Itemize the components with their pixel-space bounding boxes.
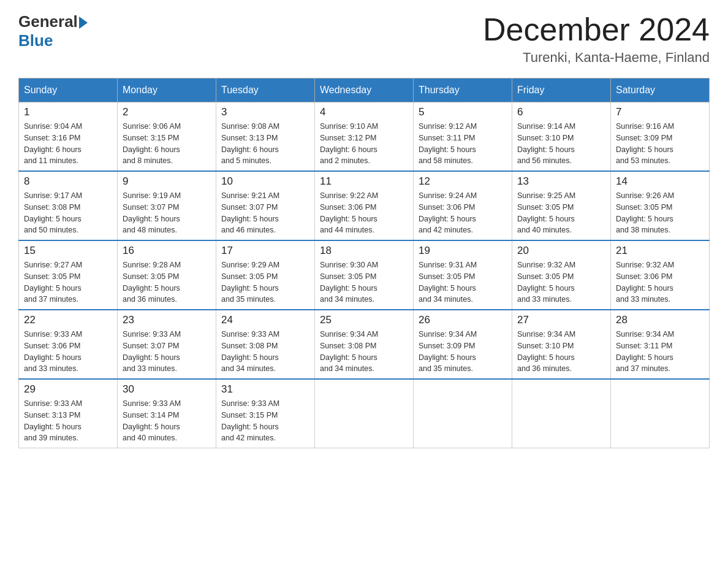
calendar-cell: 31Sunrise: 9:33 AMSunset: 3:15 PMDayligh…	[216, 379, 315, 448]
location-text: Turenki, Kanta-Haeme, Finland	[483, 50, 710, 66]
day-info: Sunrise: 9:08 AMSunset: 3:13 PMDaylight:…	[221, 121, 309, 167]
day-number: 3	[221, 106, 309, 118]
calendar-cell: 16Sunrise: 9:28 AMSunset: 3:05 PMDayligh…	[118, 240, 216, 310]
day-info: Sunrise: 9:30 AMSunset: 3:05 PMDaylight:…	[320, 259, 408, 305]
calendar-cell: 30Sunrise: 9:33 AMSunset: 3:14 PMDayligh…	[118, 379, 216, 448]
calendar-header-row: SundayMondayTuesdayWednesdayThursdayFrid…	[19, 79, 710, 102]
title-section: December 2024 Turenki, Kanta-Haeme, Finl…	[483, 12, 710, 66]
calendar-cell: 29Sunrise: 9:33 AMSunset: 3:13 PMDayligh…	[19, 379, 118, 448]
day-info: Sunrise: 9:32 AMSunset: 3:05 PMDaylight:…	[517, 259, 605, 305]
header-sunday: Sunday	[19, 79, 118, 102]
calendar-week-row: 8Sunrise: 9:17 AMSunset: 3:08 PMDaylight…	[19, 171, 710, 240]
calendar-cell: 7Sunrise: 9:16 AMSunset: 3:09 PMDaylight…	[611, 102, 710, 172]
day-number: 2	[123, 106, 211, 118]
day-number: 12	[419, 175, 507, 188]
logo-general-text: General	[18, 12, 78, 31]
calendar-cell	[414, 379, 512, 448]
calendar-cell	[611, 379, 710, 448]
header-thursday: Thursday	[414, 79, 512, 102]
calendar-cell: 22Sunrise: 9:33 AMSunset: 3:06 PMDayligh…	[19, 310, 118, 379]
day-info: Sunrise: 9:29 AMSunset: 3:05 PMDaylight:…	[221, 259, 309, 305]
day-number: 16	[123, 245, 211, 257]
day-info: Sunrise: 9:34 AMSunset: 3:10 PMDaylight:…	[517, 329, 605, 375]
day-number: 18	[320, 245, 408, 257]
calendar-cell: 21Sunrise: 9:32 AMSunset: 3:06 PMDayligh…	[611, 240, 710, 310]
day-number: 24	[221, 314, 309, 326]
day-info: Sunrise: 9:27 AMSunset: 3:05 PMDaylight:…	[24, 259, 112, 305]
day-info: Sunrise: 9:33 AMSunset: 3:06 PMDaylight:…	[24, 329, 112, 375]
day-number: 5	[419, 106, 507, 118]
calendar-cell: 4Sunrise: 9:10 AMSunset: 3:12 PMDaylight…	[315, 102, 414, 172]
calendar-cell: 14Sunrise: 9:26 AMSunset: 3:05 PMDayligh…	[611, 171, 710, 240]
calendar-week-row: 1Sunrise: 9:04 AMSunset: 3:16 PMDaylight…	[19, 102, 710, 172]
calendar-cell: 20Sunrise: 9:32 AMSunset: 3:05 PMDayligh…	[512, 240, 611, 310]
calendar-cell: 25Sunrise: 9:34 AMSunset: 3:08 PMDayligh…	[315, 310, 414, 379]
calendar-cell: 11Sunrise: 9:22 AMSunset: 3:06 PMDayligh…	[315, 171, 414, 240]
calendar-cell: 13Sunrise: 9:25 AMSunset: 3:05 PMDayligh…	[512, 171, 611, 240]
day-info: Sunrise: 9:33 AMSunset: 3:15 PMDaylight:…	[221, 398, 309, 444]
day-number: 9	[123, 175, 211, 188]
day-info: Sunrise: 9:24 AMSunset: 3:06 PMDaylight:…	[419, 190, 507, 236]
day-number: 14	[616, 175, 704, 188]
header-tuesday: Tuesday	[216, 79, 315, 102]
day-info: Sunrise: 9:33 AMSunset: 3:07 PMDaylight:…	[123, 329, 211, 375]
calendar-week-row: 22Sunrise: 9:33 AMSunset: 3:06 PMDayligh…	[19, 310, 710, 379]
calendar-cell: 5Sunrise: 9:12 AMSunset: 3:11 PMDaylight…	[414, 102, 512, 172]
day-info: Sunrise: 9:31 AMSunset: 3:05 PMDaylight:…	[419, 259, 507, 305]
calendar-cell: 3Sunrise: 9:08 AMSunset: 3:13 PMDaylight…	[216, 102, 315, 172]
header-monday: Monday	[118, 79, 216, 102]
calendar-cell: 10Sunrise: 9:21 AMSunset: 3:07 PMDayligh…	[216, 171, 315, 240]
calendar-week-row: 29Sunrise: 9:33 AMSunset: 3:13 PMDayligh…	[19, 379, 710, 448]
calendar-cell	[315, 379, 414, 448]
day-number: 8	[24, 175, 112, 188]
calendar-cell: 1Sunrise: 9:04 AMSunset: 3:16 PMDaylight…	[19, 102, 118, 172]
month-title: December 2024	[483, 12, 710, 47]
calendar-cell: 19Sunrise: 9:31 AMSunset: 3:05 PMDayligh…	[414, 240, 512, 310]
calendar-cell: 12Sunrise: 9:24 AMSunset: 3:06 PMDayligh…	[414, 171, 512, 240]
day-info: Sunrise: 9:34 AMSunset: 3:11 PMDaylight:…	[616, 329, 704, 375]
header-saturday: Saturday	[611, 79, 710, 102]
day-number: 4	[320, 106, 408, 118]
calendar-cell	[512, 379, 611, 448]
day-number: 17	[221, 245, 309, 257]
day-number: 7	[616, 106, 704, 118]
calendar-cell: 23Sunrise: 9:33 AMSunset: 3:07 PMDayligh…	[118, 310, 216, 379]
day-info: Sunrise: 9:19 AMSunset: 3:07 PMDaylight:…	[123, 190, 211, 236]
day-number: 1	[24, 106, 112, 118]
day-number: 29	[24, 383, 112, 396]
calendar-cell: 9Sunrise: 9:19 AMSunset: 3:07 PMDaylight…	[118, 171, 216, 240]
day-number: 23	[123, 314, 211, 326]
day-info: Sunrise: 9:17 AMSunset: 3:08 PMDaylight:…	[24, 190, 112, 236]
calendar-cell: 27Sunrise: 9:34 AMSunset: 3:10 PMDayligh…	[512, 310, 611, 379]
day-info: Sunrise: 9:34 AMSunset: 3:09 PMDaylight:…	[419, 329, 507, 375]
day-info: Sunrise: 9:33 AMSunset: 3:14 PMDaylight:…	[123, 398, 211, 444]
day-info: Sunrise: 9:26 AMSunset: 3:05 PMDaylight:…	[616, 190, 704, 236]
day-info: Sunrise: 9:28 AMSunset: 3:05 PMDaylight:…	[123, 259, 211, 305]
day-number: 6	[517, 106, 605, 118]
calendar-week-row: 15Sunrise: 9:27 AMSunset: 3:05 PMDayligh…	[19, 240, 710, 310]
calendar-cell: 18Sunrise: 9:30 AMSunset: 3:05 PMDayligh…	[315, 240, 414, 310]
day-info: Sunrise: 9:21 AMSunset: 3:07 PMDaylight:…	[221, 190, 309, 236]
day-number: 11	[320, 175, 408, 188]
calendar-cell: 17Sunrise: 9:29 AMSunset: 3:05 PMDayligh…	[216, 240, 315, 310]
calendar-cell: 6Sunrise: 9:14 AMSunset: 3:10 PMDaylight…	[512, 102, 611, 172]
logo-blue-text: Blue	[18, 31, 53, 50]
calendar-cell: 15Sunrise: 9:27 AMSunset: 3:05 PMDayligh…	[19, 240, 118, 310]
day-number: 27	[517, 314, 605, 326]
day-info: Sunrise: 9:06 AMSunset: 3:15 PMDaylight:…	[123, 121, 211, 167]
day-info: Sunrise: 9:32 AMSunset: 3:06 PMDaylight:…	[616, 259, 704, 305]
calendar-cell: 2Sunrise: 9:06 AMSunset: 3:15 PMDaylight…	[118, 102, 216, 172]
day-info: Sunrise: 9:16 AMSunset: 3:09 PMDaylight:…	[616, 121, 704, 167]
day-number: 28	[616, 314, 704, 326]
day-number: 30	[123, 383, 211, 396]
day-info: Sunrise: 9:10 AMSunset: 3:12 PMDaylight:…	[320, 121, 408, 167]
logo: General Blue	[18, 12, 89, 50]
day-number: 25	[320, 314, 408, 326]
day-info: Sunrise: 9:22 AMSunset: 3:06 PMDaylight:…	[320, 190, 408, 236]
day-info: Sunrise: 9:34 AMSunset: 3:08 PMDaylight:…	[320, 329, 408, 375]
day-number: 22	[24, 314, 112, 326]
day-info: Sunrise: 9:14 AMSunset: 3:10 PMDaylight:…	[517, 121, 605, 167]
day-number: 21	[616, 245, 704, 257]
day-number: 15	[24, 245, 112, 257]
day-info: Sunrise: 9:25 AMSunset: 3:05 PMDaylight:…	[517, 190, 605, 236]
